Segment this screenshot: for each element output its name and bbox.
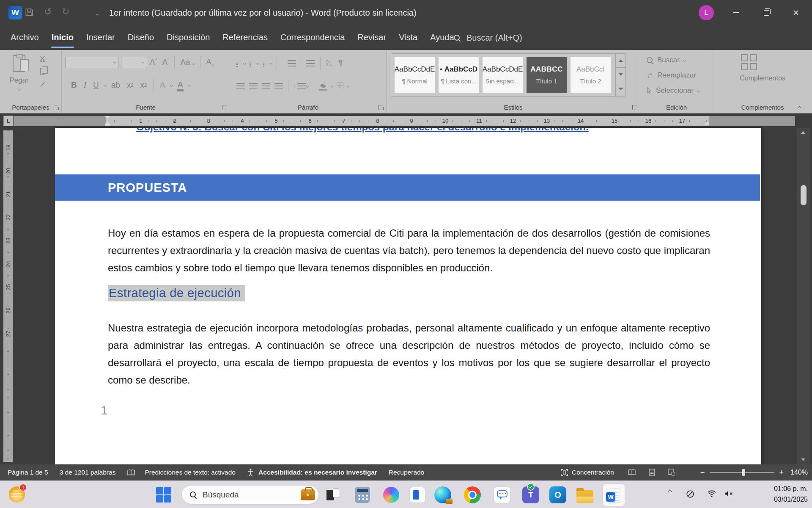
customize-quick-access-icon[interactable] (95, 9, 101, 17)
restore-button[interactable] (757, 0, 776, 25)
bullets-dropdown[interactable] (243, 61, 246, 64)
borders-dropdown[interactable] (346, 84, 349, 87)
volume-muted-icon[interactable] (724, 490, 733, 497)
accessibility-status[interactable]: Accesibilidad: es necesario investigar (258, 469, 377, 476)
bold-button[interactable]: B (71, 80, 77, 90)
justify-icon[interactable] (274, 83, 283, 89)
copilot-app[interactable] (382, 486, 400, 504)
sort-icon[interactable]: AZ↓ (326, 59, 332, 67)
chat-app[interactable] (493, 486, 511, 504)
font-color-button[interactable]: A (178, 80, 183, 90)
addins-icon[interactable] (741, 54, 757, 70)
align-center-icon[interactable] (249, 83, 258, 89)
tab-correspondencia[interactable]: Correspondencia (274, 25, 351, 50)
font-color-dropdown[interactable] (188, 83, 191, 86)
clock[interactable]: 01:06 p. m. 03/01/2025 (761, 483, 808, 505)
zoom-out-button[interactable]: − (700, 468, 705, 477)
numbering-dropdown[interactable] (256, 61, 259, 64)
wifi-icon[interactable] (707, 490, 716, 497)
strikethrough-button[interactable]: ab (111, 80, 120, 90)
align-left-icon[interactable] (236, 83, 245, 89)
format-painter-icon[interactable] (39, 80, 46, 88)
decrease-indent-icon[interactable]: ← (283, 60, 296, 66)
save-icon[interactable] (25, 8, 34, 17)
avatar[interactable]: L (699, 5, 714, 20)
web-layout-icon[interactable] (668, 469, 675, 476)
styles-scroll-down[interactable] (616, 68, 626, 82)
task-view-button[interactable] (324, 486, 342, 504)
clipboard-dialog-launcher[interactable] (54, 105, 58, 110)
zoom-in-button[interactable]: + (779, 468, 784, 477)
zoom-slider-thumb[interactable] (742, 469, 745, 476)
tab-vista[interactable]: Vista (392, 25, 424, 50)
tab-referencias[interactable]: Referencias (216, 25, 274, 50)
chrome-app[interactable] (464, 486, 481, 504)
paste-button[interactable]: Pegar (5, 53, 33, 97)
styles-dialog-launcher[interactable] (632, 105, 637, 110)
word-taskbar-app[interactable]: W (602, 483, 625, 506)
pinned-app[interactable] (409, 486, 426, 504)
select-button[interactable]: Seleccionar (646, 86, 700, 95)
font-size-combo[interactable] (121, 57, 147, 68)
tab-inicio[interactable]: Inicio (45, 25, 80, 50)
focus-mode[interactable]: Concentración (560, 464, 614, 480)
proofing-icon[interactable] (127, 469, 135, 476)
grow-font-button[interactable]: A^ (150, 58, 157, 67)
change-case-button[interactable]: Aa (180, 58, 195, 67)
close-button[interactable]: × (786, 0, 806, 25)
underline-button[interactable]: U (93, 80, 99, 90)
search-box[interactable]: Buscar (Alt+Q) (453, 25, 522, 50)
vertical-scrollbar[interactable] (797, 128, 810, 464)
outlook-app[interactable]: O (549, 486, 567, 504)
style-titulo-1[interactable]: AABBCC Título 1 (527, 57, 567, 93)
copy-icon[interactable] (40, 68, 45, 75)
tab-stop-selector[interactable]: L (3, 116, 14, 126)
tab-diseno[interactable]: Diseño (121, 25, 160, 50)
right-indent-marker[interactable] (705, 121, 710, 124)
replace-button[interactable]: Reemplazar (646, 71, 696, 80)
first-line-indent-marker[interactable] (105, 116, 110, 119)
page-indicator[interactable]: Página 1 de 5 (8, 469, 48, 476)
tab-disposicion[interactable]: Disposición (160, 25, 216, 50)
start-button[interactable] (155, 486, 173, 504)
redo-icon[interactable]: ↻ (62, 6, 69, 17)
style-titulo-2[interactable]: AaBbCcI Título 2 (571, 57, 611, 93)
edge-app[interactable] (434, 486, 452, 504)
styles-gallery-more[interactable] (616, 82, 626, 96)
recovered-status[interactable]: Recuperado (389, 469, 424, 476)
font-name-combo[interactable] (65, 57, 118, 68)
scroll-up-arrow[interactable] (801, 131, 805, 134)
word-count[interactable]: 3 de 1201 palabras (60, 469, 116, 476)
line-spacing-icon[interactable]: ↕ (294, 83, 309, 89)
shrink-font-button[interactable]: Aˇ (162, 58, 169, 67)
clear-formatting-button[interactable]: A◇ (206, 57, 214, 67)
underline-dropdown[interactable] (104, 83, 107, 86)
font-dialog-launcher[interactable] (222, 105, 227, 110)
print-layout-icon[interactable] (649, 469, 655, 476)
calculator-app[interactable] (354, 486, 371, 504)
show-formatting-marks-icon[interactable]: ¶ (338, 58, 343, 68)
borders-icon[interactable] (337, 83, 343, 89)
minimize-button[interactable] (726, 0, 746, 25)
left-indent-marker[interactable] (105, 124, 110, 126)
horizontal-ruler[interactable]: 1 2 3 4 5 6 7 8 9 10 11 12 13 14 15 16 1… (14, 116, 795, 126)
increase-indent-icon[interactable]: → (301, 60, 315, 66)
undo-icon[interactable]: ↺ (44, 6, 52, 17)
taskbar-search[interactable]: Búsqueda (181, 485, 319, 504)
italic-button[interactable]: I (84, 80, 86, 90)
text-predictions[interactable]: Predicciones de texto: activado (145, 469, 236, 476)
tab-insertar[interactable]: Insertar (80, 25, 121, 50)
subscript-button[interactable]: x2 (127, 80, 134, 90)
zoom-level[interactable]: 140% (790, 469, 808, 476)
scrollbar-thumb[interactable] (801, 185, 807, 205)
find-button[interactable]: Buscar (646, 56, 686, 64)
superscript-button[interactable]: x2 (140, 80, 147, 90)
style-normal[interactable]: AaBbCcDdE ¶ Normal (395, 57, 435, 93)
hanging-indent-marker[interactable] (105, 121, 110, 124)
addins-button[interactable]: Complementos (713, 75, 812, 82)
document-page[interactable]: Objetivo N. 3: Buscar con Citi los mejor… (55, 128, 761, 464)
word-app-icon[interactable]: W (8, 6, 22, 19)
vertical-ruler[interactable]: 19 20 21 22 23 24 25 26 27 (3, 130, 13, 462)
shading-icon[interactable] (319, 84, 327, 88)
file-explorer-app[interactable] (576, 486, 594, 504)
